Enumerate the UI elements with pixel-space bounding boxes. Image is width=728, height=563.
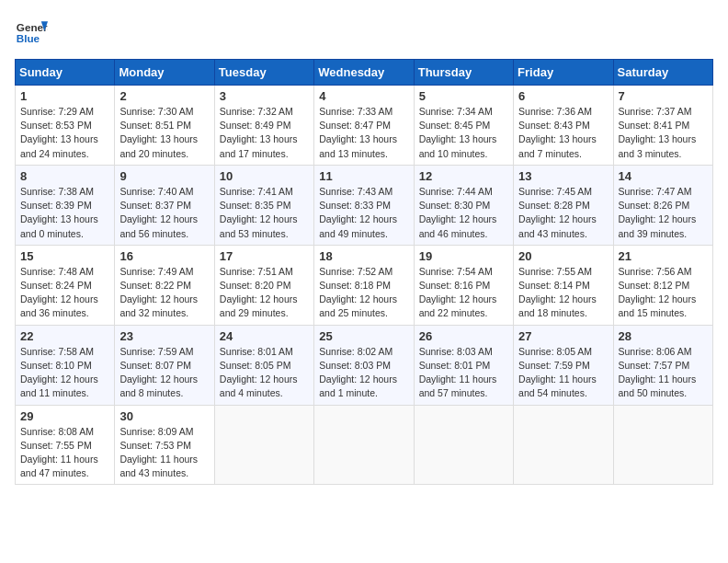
day-header-thursday: Thursday xyxy=(414,60,513,86)
daylight-label: Daylight: 12 hours and 11 minutes. xyxy=(20,373,98,398)
calendar-week-row: 8 Sunrise: 7:38 AM Sunset: 8:39 PM Dayli… xyxy=(16,165,713,245)
sunset-label: Sunset: 8:41 PM xyxy=(619,120,690,131)
calendar-cell xyxy=(214,405,313,485)
sunset-label: Sunset: 8:05 PM xyxy=(220,360,291,371)
day-info: Sunrise: 8:03 AM Sunset: 8:01 PM Dayligh… xyxy=(419,345,508,401)
sunrise-label: Sunrise: 7:30 AM xyxy=(119,106,193,117)
daylight-label: Daylight: 12 hours and 36 minutes. xyxy=(20,293,98,318)
calendar-cell: 10 Sunrise: 7:41 AM Sunset: 8:35 PM Dayl… xyxy=(214,165,313,245)
sunset-label: Sunset: 8:39 PM xyxy=(20,200,92,211)
sunset-label: Sunset: 8:24 PM xyxy=(20,280,92,291)
day-number: 3 xyxy=(220,89,309,103)
day-info: Sunrise: 7:44 AM Sunset: 8:30 PM Dayligh… xyxy=(419,185,508,241)
sunrise-label: Sunrise: 7:51 AM xyxy=(220,266,293,277)
sunset-label: Sunset: 8:51 PM xyxy=(119,120,191,131)
daylight-label: Daylight: 13 hours and 7 minutes. xyxy=(518,133,597,158)
sunrise-label: Sunrise: 7:40 AM xyxy=(119,186,193,197)
sunset-label: Sunset: 8:12 PM xyxy=(619,280,690,291)
sunset-label: Sunset: 8:03 PM xyxy=(319,360,391,371)
calendar-header-row: SundayMondayTuesdayWednesdayThursdayFrid… xyxy=(16,60,713,86)
day-info: Sunrise: 7:48 AM Sunset: 8:24 PM Dayligh… xyxy=(20,265,109,321)
day-number: 24 xyxy=(220,329,309,343)
day-header-sunday: Sunday xyxy=(16,60,115,86)
sunrise-label: Sunrise: 8:01 AM xyxy=(220,346,293,357)
sunset-label: Sunset: 8:47 PM xyxy=(319,120,391,131)
daylight-label: Daylight: 12 hours and 43 minutes. xyxy=(518,213,597,238)
day-number: 4 xyxy=(319,89,408,103)
calendar-cell: 20 Sunrise: 7:55 AM Sunset: 8:14 PM Dayl… xyxy=(514,245,613,325)
day-info: Sunrise: 7:36 AM Sunset: 8:43 PM Dayligh… xyxy=(518,105,608,161)
sunrise-label: Sunrise: 7:45 AM xyxy=(518,186,592,197)
calendar-cell: 27 Sunrise: 8:05 AM Sunset: 7:59 PM Dayl… xyxy=(514,325,613,405)
day-number: 30 xyxy=(119,409,209,423)
sunset-label: Sunset: 8:45 PM xyxy=(419,120,491,131)
day-info: Sunrise: 7:43 AM Sunset: 8:33 PM Dayligh… xyxy=(319,185,408,241)
day-number: 21 xyxy=(619,249,708,263)
day-info: Sunrise: 7:58 AM Sunset: 8:10 PM Dayligh… xyxy=(20,345,109,401)
daylight-label: Daylight: 12 hours and 25 minutes. xyxy=(319,293,397,318)
day-number: 28 xyxy=(619,329,708,343)
daylight-label: Daylight: 12 hours and 22 minutes. xyxy=(419,293,497,318)
day-info: Sunrise: 7:52 AM Sunset: 8:18 PM Dayligh… xyxy=(319,265,408,321)
logo-icon: General Blue xyxy=(15,15,48,48)
day-number: 5 xyxy=(419,89,508,103)
sunset-label: Sunset: 8:35 PM xyxy=(220,200,291,211)
day-number: 12 xyxy=(419,169,508,183)
day-number: 9 xyxy=(119,169,209,183)
sunrise-label: Sunrise: 7:33 AM xyxy=(319,106,392,117)
calendar-cell: 24 Sunrise: 8:01 AM Sunset: 8:05 PM Dayl… xyxy=(214,325,313,405)
sunrise-label: Sunrise: 7:32 AM xyxy=(220,106,293,117)
daylight-label: Daylight: 11 hours and 54 minutes. xyxy=(518,373,597,398)
calendar-cell: 25 Sunrise: 8:02 AM Sunset: 8:03 PM Dayl… xyxy=(314,325,414,405)
sunrise-label: Sunrise: 7:58 AM xyxy=(20,346,94,357)
sunset-label: Sunset: 8:20 PM xyxy=(220,280,291,291)
day-number: 8 xyxy=(20,169,109,183)
sunset-label: Sunset: 8:18 PM xyxy=(319,280,391,291)
calendar-cell: 3 Sunrise: 7:32 AM Sunset: 8:49 PM Dayli… xyxy=(214,86,313,166)
day-number: 16 xyxy=(119,249,209,263)
calendar-cell: 4 Sunrise: 7:33 AM Sunset: 8:47 PM Dayli… xyxy=(314,86,414,166)
sunrise-label: Sunrise: 7:59 AM xyxy=(119,346,193,357)
day-info: Sunrise: 8:05 AM Sunset: 7:59 PM Dayligh… xyxy=(518,345,608,401)
day-info: Sunrise: 7:34 AM Sunset: 8:45 PM Dayligh… xyxy=(419,105,508,161)
daylight-label: Daylight: 12 hours and 53 minutes. xyxy=(220,213,298,238)
day-info: Sunrise: 7:45 AM Sunset: 8:28 PM Dayligh… xyxy=(518,185,608,241)
day-number: 29 xyxy=(20,409,109,423)
day-info: Sunrise: 7:29 AM Sunset: 8:53 PM Dayligh… xyxy=(20,105,109,161)
day-info: Sunrise: 7:40 AM Sunset: 8:37 PM Dayligh… xyxy=(119,185,209,241)
daylight-label: Daylight: 12 hours and 32 minutes. xyxy=(119,293,198,318)
daylight-label: Daylight: 12 hours and 8 minutes. xyxy=(119,373,198,398)
day-number: 18 xyxy=(319,249,408,263)
day-header-saturday: Saturday xyxy=(613,60,712,86)
sunset-label: Sunset: 8:22 PM xyxy=(119,280,191,291)
calendar-cell: 16 Sunrise: 7:49 AM Sunset: 8:22 PM Dayl… xyxy=(115,245,214,325)
day-number: 6 xyxy=(518,89,608,103)
daylight-label: Daylight: 11 hours and 47 minutes. xyxy=(20,454,98,478)
day-info: Sunrise: 7:54 AM Sunset: 8:16 PM Dayligh… xyxy=(419,265,508,321)
daylight-label: Daylight: 13 hours and 24 minutes. xyxy=(20,133,98,158)
day-info: Sunrise: 7:38 AM Sunset: 8:39 PM Dayligh… xyxy=(20,185,109,241)
daylight-label: Daylight: 12 hours and 18 minutes. xyxy=(518,293,597,318)
sunset-label: Sunset: 8:53 PM xyxy=(20,120,92,131)
day-number: 19 xyxy=(419,249,508,263)
calendar-cell: 23 Sunrise: 7:59 AM Sunset: 8:07 PM Dayl… xyxy=(115,325,214,405)
day-number: 1 xyxy=(20,89,109,103)
day-info: Sunrise: 7:51 AM Sunset: 8:20 PM Dayligh… xyxy=(220,265,309,321)
calendar-cell: 19 Sunrise: 7:54 AM Sunset: 8:16 PM Dayl… xyxy=(414,245,513,325)
calendar-week-row: 22 Sunrise: 7:58 AM Sunset: 8:10 PM Dayl… xyxy=(16,325,713,405)
sunset-label: Sunset: 8:33 PM xyxy=(319,200,391,211)
day-info: Sunrise: 7:41 AM Sunset: 8:35 PM Dayligh… xyxy=(220,185,309,241)
day-info: Sunrise: 7:37 AM Sunset: 8:41 PM Dayligh… xyxy=(619,105,708,161)
sunrise-label: Sunrise: 7:47 AM xyxy=(619,186,692,197)
day-header-monday: Monday xyxy=(115,60,214,86)
calendar-week-row: 1 Sunrise: 7:29 AM Sunset: 8:53 PM Dayli… xyxy=(16,86,713,166)
daylight-label: Daylight: 12 hours and 49 minutes. xyxy=(319,213,397,238)
day-info: Sunrise: 7:55 AM Sunset: 8:14 PM Dayligh… xyxy=(518,265,608,321)
sunrise-label: Sunrise: 7:36 AM xyxy=(518,106,592,117)
day-info: Sunrise: 8:09 AM Sunset: 7:53 PM Dayligh… xyxy=(119,425,209,481)
day-info: Sunrise: 8:08 AM Sunset: 7:55 PM Dayligh… xyxy=(20,425,109,481)
sunset-label: Sunset: 7:57 PM xyxy=(619,360,690,371)
calendar-cell: 9 Sunrise: 7:40 AM Sunset: 8:37 PM Dayli… xyxy=(115,165,214,245)
calendar-cell: 21 Sunrise: 7:56 AM Sunset: 8:12 PM Dayl… xyxy=(613,245,712,325)
day-info: Sunrise: 7:47 AM Sunset: 8:26 PM Dayligh… xyxy=(619,185,708,241)
